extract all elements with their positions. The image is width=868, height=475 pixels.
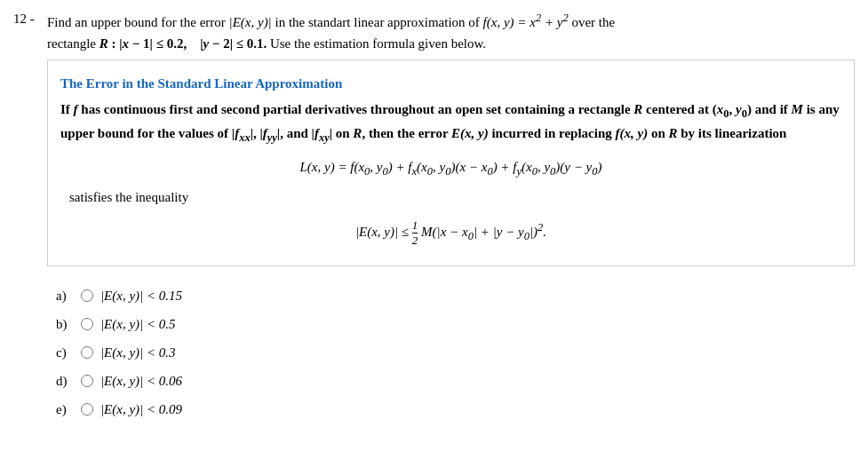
satisfies-text: satisfies the inequality [69,186,841,209]
option-e-text: |E(x, y)| < 0.09 [100,396,182,423]
option-e-row: e) |E(x, y)| < 0.09 [56,396,855,423]
question-line2: rectangle R : |x − 1| ≤ 0.2, |y − 2| ≤ 0… [47,36,486,51]
option-d-text: |E(x, y)| < 0.06 [100,368,182,394]
option-b-label: b) [56,311,74,337]
answer-options: a) |E(x, y)| < 0.15 b) |E(x, y)| < 0.5 c… [56,282,855,423]
box-paragraph: If f has continuous first and second par… [60,99,841,147]
main-question: Find an upper bound for the error |E(x, … [47,9,855,54]
estimation-box: The Error in the Standard Linear Approxi… [47,59,855,266]
option-a-radio[interactable] [81,289,93,302]
option-c-row: c) |E(x, y)| < 0.3 [56,339,855,366]
problem-number: 12 - [13,9,42,424]
formula-E: |E(x, y)| ≤ 1 2 M(|x − x0| + |y − y0|)2. [60,218,841,247]
option-b-radio[interactable] [81,318,93,330]
option-a-row: a) |E(x, y)| < 0.15 [56,282,855,309]
formula-L: L(x, y) = f(x0, y0) + fx(x0, y0)(x − x0)… [60,156,841,181]
option-c-text: |E(x, y)| < 0.3 [100,339,176,366]
option-a-label: a) [56,282,74,309]
question-line1: Find an upper bound for the error |E(x, … [47,15,615,29]
option-b-row: b) |E(x, y)| < 0.5 [56,311,855,337]
box-title: The Error in the Standard Linear Approxi… [60,73,841,95]
option-c-label: c) [56,339,74,366]
option-d-label: d) [56,368,74,394]
option-b-text: |E(x, y)| < 0.5 [100,311,176,337]
problem-container: 12 - Find an upper bound for the error |… [13,9,855,424]
option-e-label: e) [56,396,74,423]
problem-content: Find an upper bound for the error |E(x, … [47,9,855,424]
option-e-radio[interactable] [81,403,93,416]
option-d-radio[interactable] [81,375,93,387]
option-d-row: d) |E(x, y)| < 0.06 [56,368,855,394]
option-c-radio[interactable] [81,346,93,359]
option-a-text: |E(x, y)| < 0.15 [100,282,182,309]
